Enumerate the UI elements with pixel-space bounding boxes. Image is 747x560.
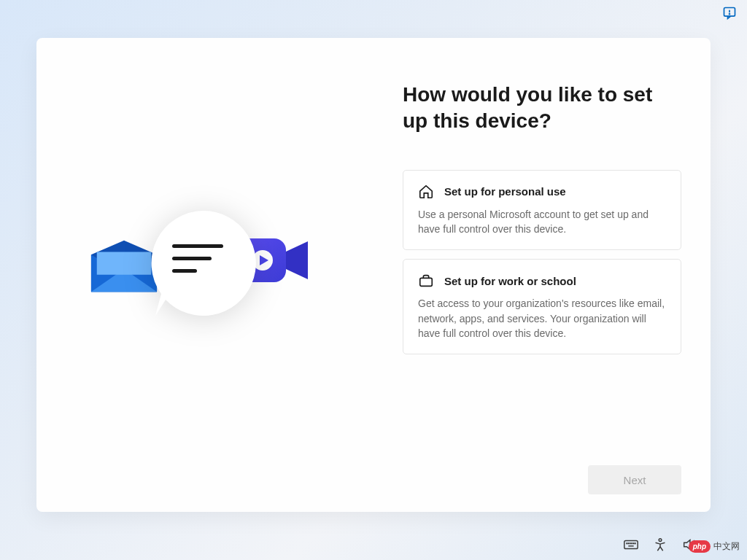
next-button[interactable]: Next: [588, 465, 681, 494]
svg-rect-5: [420, 279, 433, 287]
setup-card: How would you like to set up this device…: [36, 38, 711, 512]
svg-point-7: [627, 543, 627, 544]
option-header: Set up for work or school: [418, 273, 666, 289]
svg-point-13: [659, 539, 662, 542]
option-description: Use a personal Microsoft account to get …: [418, 207, 666, 237]
briefcase-icon: [418, 273, 434, 289]
option-description: Get access to your organization's resour…: [418, 296, 666, 341]
option-header: Set up for personal use: [418, 184, 666, 200]
feedback-icon[interactable]: [722, 6, 737, 20]
page-heading: How would you like to set up this device…: [403, 82, 681, 135]
taskbar-icons: [623, 537, 697, 553]
accessibility-icon[interactable]: [652, 537, 668, 553]
svg-point-2: [729, 14, 730, 15]
watermark: php 中文网: [689, 540, 740, 553]
chat-lines: [172, 244, 223, 281]
svg-rect-6: [624, 541, 638, 549]
illustration: [88, 202, 322, 348]
option-personal-use[interactable]: Set up for personal use Use a personal M…: [403, 170, 681, 251]
illustration-pane: [36, 38, 374, 512]
watermark-text: 中文网: [713, 540, 740, 553]
option-title: Set up for personal use: [444, 185, 566, 198]
content-pane: How would you like to set up this device…: [374, 38, 711, 512]
svg-point-10: [632, 543, 633, 544]
svg-point-8: [629, 543, 630, 544]
option-title: Set up for work or school: [444, 275, 576, 287]
home-icon: [418, 184, 434, 200]
option-work-school[interactable]: Set up for work or school Get access to …: [403, 259, 681, 354]
keyboard-icon[interactable]: [623, 537, 639, 553]
watermark-badge: php: [689, 540, 711, 553]
svg-point-9: [630, 543, 631, 544]
svg-point-11: [635, 543, 635, 544]
